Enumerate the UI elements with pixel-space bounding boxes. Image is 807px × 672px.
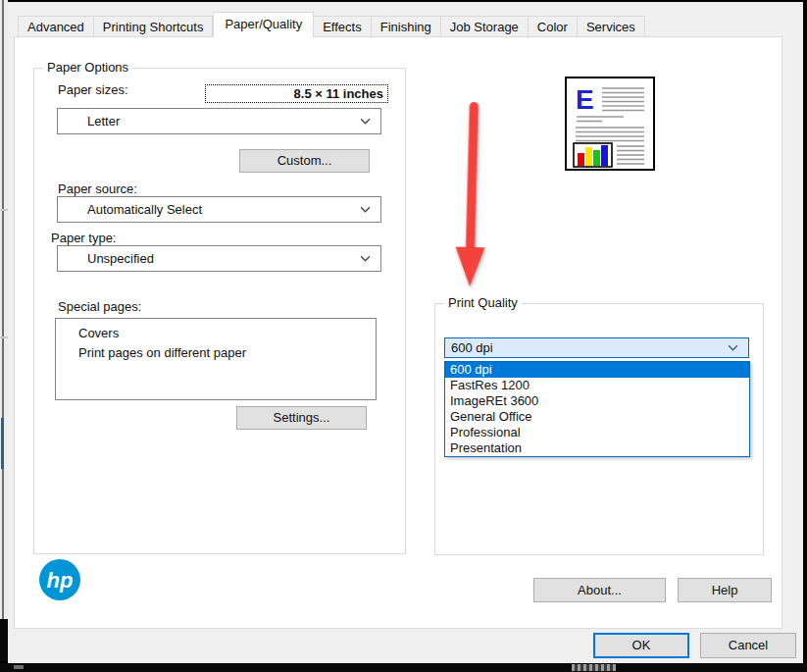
- paper-source-label: Paper source:: [58, 181, 137, 196]
- print-quality-dropdown-list: 600 dpi FastRes 1200 ImageREt 3600 Gener…: [444, 361, 750, 457]
- print-quality-selected-value: 600 dpi: [445, 340, 728, 355]
- option-600-dpi[interactable]: 600 dpi: [445, 362, 749, 378]
- special-pages-label: Special pages:: [58, 299, 141, 314]
- background-taskbar-strip: [0, 663, 807, 672]
- svg-text:hp: hp: [47, 568, 74, 593]
- background-window-border: [2, 0, 4, 661]
- special-pages-listbox[interactable]: Covers Print pages on different paper: [55, 318, 377, 400]
- screenshot-canvas: Advanced Printing Shortcuts Paper/Qualit…: [0, 0, 807, 672]
- print-quality-combobox[interactable]: 600 dpi: [444, 337, 749, 358]
- paper-size-selected-value: Letter: [58, 114, 360, 129]
- ok-button[interactable]: OK: [593, 633, 689, 658]
- printer-properties-dialog: Advanced Printing Shortcuts Paper/Qualit…: [8, 2, 803, 663]
- background-window-fragment: [14, 665, 24, 669]
- chevron-down-icon: [728, 344, 738, 351]
- tab-color[interactable]: Color: [529, 16, 578, 37]
- tab-finishing[interactable]: Finishing: [372, 16, 441, 37]
- paper-source-combobox[interactable]: Automatically Select: [57, 196, 381, 223]
- settings-button[interactable]: Settings...: [236, 406, 367, 430]
- tab-paper-quality[interactable]: Paper/Quality: [213, 12, 314, 37]
- background-window-divider: [0, 209, 8, 211]
- svg-text:E: E: [576, 84, 594, 115]
- paper-sizes-label: Paper sizes:: [58, 82, 128, 97]
- about-button[interactable]: About...: [533, 578, 666, 602]
- hp-logo: hp: [38, 558, 81, 604]
- tab-advanced[interactable]: Advanced: [18, 16, 94, 37]
- background-window-footer: [0, 619, 8, 661]
- paper-type-label: Paper type:: [51, 231, 117, 245]
- background-window-scroll-thumb: [1, 418, 4, 469]
- tab-job-storage[interactable]: Job Storage: [441, 16, 529, 37]
- paper-options-title: Paper Options: [43, 60, 132, 75]
- tab-bar: Advanced Printing Shortcuts Paper/Qualit…: [18, 12, 645, 37]
- red-down-arrow-annotation: [449, 100, 493, 289]
- paper-size-dimensions: 8.5 × 11 inches: [205, 84, 388, 103]
- option-professional[interactable]: Professional: [445, 425, 749, 440]
- option-fastres-1200[interactable]: FastRes 1200: [445, 378, 749, 393]
- tab-services[interactable]: Services: [578, 16, 645, 37]
- option-presentation[interactable]: Presentation: [445, 440, 749, 456]
- print-quality-title: Print Quality: [444, 295, 522, 310]
- paper-type-combobox[interactable]: Unspecified: [57, 245, 381, 272]
- paper-size-combobox[interactable]: Letter: [57, 108, 381, 134]
- document-preview-icon: E: [565, 77, 655, 174]
- paper-type-selected-value: Unspecified: [58, 251, 360, 266]
- cancel-button[interactable]: Cancel: [700, 633, 796, 658]
- tab-printing-shortcuts[interactable]: Printing Shortcuts: [94, 16, 214, 37]
- background-window-fragment: [572, 664, 616, 671]
- chevron-down-icon: [360, 206, 371, 213]
- background-window-edge: [0, 0, 8, 661]
- chevron-down-icon: [360, 118, 371, 125]
- tab-page-paper-quality: Paper Options Paper sizes: 8.5 × 11 inch…: [14, 36, 782, 629]
- paper-source-selected-value: Automatically Select: [58, 202, 360, 217]
- list-item-covers[interactable]: Covers: [56, 324, 376, 343]
- background-window-divider: [0, 336, 8, 338]
- help-button[interactable]: Help: [678, 578, 772, 602]
- chevron-down-icon: [360, 255, 371, 262]
- option-general-office[interactable]: General Office: [445, 409, 749, 425]
- custom-button[interactable]: Custom...: [239, 149, 370, 173]
- option-imageret-3600[interactable]: ImageREt 3600: [445, 393, 749, 409]
- list-item-print-pages-different-paper[interactable]: Print pages on different paper: [56, 343, 376, 363]
- tab-effects[interactable]: Effects: [314, 16, 372, 37]
